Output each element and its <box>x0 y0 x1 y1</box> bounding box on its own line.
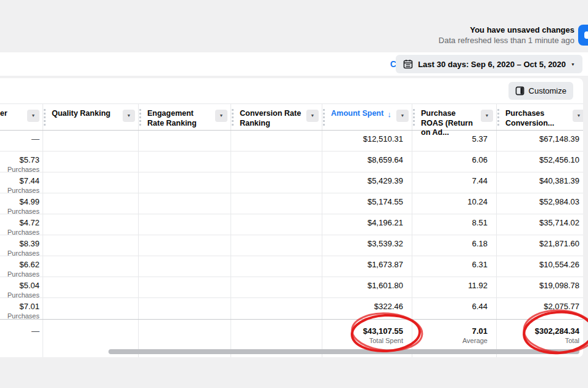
table-row: $5.73Purchases $8,659.64 6.06 $52,456.10 <box>0 152 583 172</box>
purchase-roas-cell: 6.44 <box>412 298 497 319</box>
purchases-conversion-cell: $67,148.39 <box>497 131 583 151</box>
column-label: er <box>0 109 7 118</box>
customize-label: Customize <box>529 86 566 95</box>
engagement-rate-ranking-cell <box>139 298 231 319</box>
cost-metric-cell: $4.99Purchases <box>0 193 43 214</box>
chevron-down-icon[interactable]: ▼ <box>573 110 583 122</box>
total-spent-label: Total Spent <box>325 337 403 345</box>
filter-bar: Clear Last 30 days: Sep 6, 2020 – Oct 5,… <box>0 52 588 76</box>
purchases-conversion-cell: $2,075.77 <box>497 298 583 319</box>
table-row: $4.99Purchases $5,174.55 10.24 $52,984.0… <box>0 193 583 214</box>
conversion-rate-ranking-cell <box>231 131 322 151</box>
quality-ranking-cell <box>43 172 139 193</box>
arrow-down-icon[interactable]: ↓ <box>388 110 392 119</box>
quality-ranking-cell <box>43 193 139 214</box>
cost-metric-cell: $8.39Purchases <box>0 235 43 256</box>
column-header-purchase-roas[interactable]: Purchase ROAS (Return on Ad... ▼ <box>412 104 497 130</box>
column-drag-handle[interactable] <box>232 109 234 126</box>
purchase-roas-cell: 11.92 <box>412 277 497 297</box>
quality-ranking-cell <box>43 152 139 172</box>
purchase-roas-cell: 7.44 <box>412 172 497 193</box>
column-header-cost-per[interactable]: er ▼ <box>0 104 43 130</box>
metrics-table: er ▼ Quality Ranking ▼ Engagement Rate R… <box>0 103 583 357</box>
unsaved-changes-text: You have unsaved changes <box>470 25 574 34</box>
amount-spent-cell: $8,659.64 <box>322 152 412 172</box>
chevron-down-icon: ▼ <box>571 62 575 67</box>
column-label: Amount Spent <box>331 109 383 118</box>
customize-columns-button[interactable]: Customize <box>508 82 573 100</box>
ads-manager-screen: You have unsaved changes Data refreshed … <box>0 0 588 388</box>
conversion-rate-ranking-cell <box>231 214 322 235</box>
column-drag-handle[interactable] <box>44 109 46 126</box>
roas-average-value: 7.01 <box>415 327 488 336</box>
table-row: $7.44Purchases $5,429.39 7.44 $40,381.39 <box>0 172 583 193</box>
table-row: $8.39Purchases $3,539.32 6.18 $21,871.60 <box>0 235 583 256</box>
cost-metric-cell: $5.04Purchases <box>0 277 43 297</box>
quality-ranking-cell <box>43 131 139 151</box>
calendar-icon <box>403 59 413 69</box>
purchase-roas-cell: 8.51 <box>412 214 497 235</box>
purchase-roas-cell: 10.24 <box>412 193 497 214</box>
chevron-down-icon[interactable]: ▼ <box>396 110 409 122</box>
amount-spent-cell: $5,429.39 <box>322 172 412 193</box>
top-status-band: You have unsaved changes Data refreshed … <box>0 0 588 52</box>
table-row: $5.04Purchases $1,601.80 11.92 $19,098.7… <box>0 277 583 298</box>
cost-metric-cell: $6.62Purchases <box>0 256 43 277</box>
engagement-rate-ranking-cell <box>139 277 231 297</box>
date-range-picker[interactable]: Last 30 days: Sep 6, 2020 – Oct 5, 2020 … <box>396 55 582 73</box>
chevron-down-icon[interactable]: ▼ <box>27 110 39 122</box>
conversion-rate-ranking-cell <box>231 256 322 277</box>
conversion-rate-ranking-cell <box>231 172 322 193</box>
purchases-conversion-cell: $52,984.03 <box>497 193 583 214</box>
engagement-rate-ranking-cell <box>139 214 231 235</box>
quality-ranking-cell <box>43 235 139 256</box>
purchases-conversion-cell: $19,098.78 <box>497 277 583 297</box>
chevron-down-icon[interactable]: ▼ <box>123 110 135 122</box>
chevron-down-icon[interactable]: ▼ <box>481 110 493 122</box>
amount-spent-cell: $12,510.31 <box>322 131 412 151</box>
cost-metric-cell: $7.01Purchases <box>0 298 43 319</box>
horizontal-scrollbar[interactable] <box>108 349 579 354</box>
column-drag-handle[interactable] <box>413 109 415 126</box>
column-drag-handle[interactable] <box>497 109 499 126</box>
column-label: Quality Ranking <box>52 109 110 118</box>
column-drag-handle[interactable] <box>323 109 325 126</box>
column-header-quality-ranking[interactable]: Quality Ranking ▼ <box>43 104 139 130</box>
cost-metric-cell: $7.44Purchases <box>0 172 43 193</box>
conversion-rate-ranking-cell <box>231 193 322 214</box>
column-drag-handle[interactable] <box>139 109 141 126</box>
conversion-rate-ranking-cell <box>231 235 322 256</box>
chevron-down-icon[interactable]: ▼ <box>306 110 319 122</box>
roas-average-label: Average <box>415 337 488 345</box>
quality-ranking-cell <box>43 298 139 319</box>
conversion-rate-ranking-cell <box>231 298 322 319</box>
purchases-conversion-cell: $35,714.02 <box>497 214 583 235</box>
column-header-engagement-rate-ranking[interactable]: Engagement Rate Ranking ▼ <box>139 104 231 130</box>
quality-ranking-cell <box>43 256 139 277</box>
purchases-conversion-cell: $52,456.10 <box>497 152 583 172</box>
table-header-row: er ▼ Quality Ranking ▼ Engagement Rate R… <box>0 103 583 131</box>
cost-metric-cell: $5.73Purchases <box>0 152 43 172</box>
total-spent-value: $43,107.55 <box>325 327 403 336</box>
purchases-conversion-cell: $40,381.39 <box>497 172 583 193</box>
cost-metric-cell: — <box>0 131 43 151</box>
column-header-conversion-rate-ranking[interactable]: Conversion Rate Ranking ▼ <box>231 104 322 130</box>
table-row: $7.01Purchases $322.46 6.44 $2,075.77 <box>0 298 583 319</box>
conversion-rate-ranking-cell <box>231 277 322 297</box>
table-row: $4.72Purchases $4,196.21 8.51 $35,714.02 <box>0 214 583 235</box>
purchase-roas-cell: 6.18 <box>412 235 497 256</box>
engagement-rate-ranking-cell <box>139 256 231 277</box>
quality-ranking-cell <box>43 277 139 297</box>
chevron-down-icon[interactable]: ▼ <box>215 110 227 122</box>
table-row: — $12,510.31 5.37 $67,148.39 <box>0 131 583 152</box>
data-refreshed-text: Data refreshed less than 1 minute ago <box>439 36 574 45</box>
amount-spent-cell: $1,601.80 <box>322 277 412 297</box>
amount-spent-cell: $1,673.87 <box>322 256 412 277</box>
engagement-rate-ranking-cell <box>139 152 231 172</box>
column-label: Purchases Conversion... <box>505 109 554 127</box>
column-header-amount-spent[interactable]: Amount Spent ↓ ▼ <box>322 104 412 130</box>
table-row: $6.62Purchases $1,673.87 6.31 $10,554.26 <box>0 256 583 277</box>
column-header-purchases-conversion[interactable]: Purchases Conversion... ▼ <box>497 104 583 130</box>
engagement-rate-ranking-cell <box>139 172 231 193</box>
review-publish-button[interactable] <box>578 25 588 46</box>
